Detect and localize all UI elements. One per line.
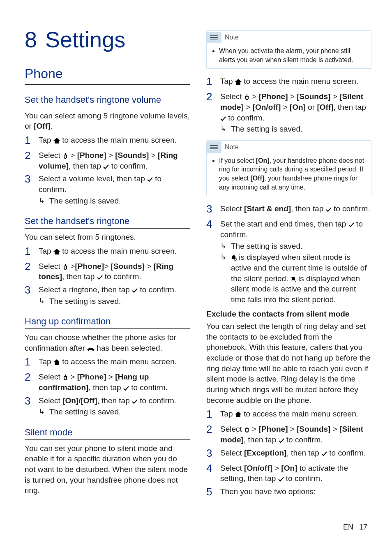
- heading-ringtone: Set the handset's ringtone: [25, 215, 190, 229]
- note-icon: [207, 32, 221, 43]
- heading-ringtone-volume: Set the handset's ringtone volume: [25, 94, 190, 107]
- check-icon: [132, 399, 138, 404]
- home-icon: [235, 79, 242, 85]
- page-footer: EN17: [343, 522, 367, 532]
- step-number: 1: [25, 133, 39, 148]
- home-icon: [235, 412, 242, 417]
- hangup-icon: [87, 347, 95, 352]
- step-body: Tap to access the main menu screen.: [39, 133, 190, 148]
- check-icon: [97, 275, 103, 280]
- settings-icon: [62, 153, 68, 159]
- bell-clock-icon: [231, 255, 237, 261]
- check-icon: [348, 222, 354, 227]
- result-arrow-icon: ↳: [220, 252, 231, 305]
- check-icon: [132, 288, 138, 293]
- note-box: Note When you activate the alarm, your p…: [206, 30, 371, 69]
- result-arrow-icon: ↳: [39, 196, 49, 206]
- settings-icon: [62, 264, 68, 270]
- bell-mute-icon: [291, 276, 296, 282]
- check-icon: [123, 386, 129, 391]
- exclude-heading: Exclude the contacts from silent mode: [206, 309, 371, 319]
- home-icon: [53, 249, 60, 254]
- check-icon: [278, 477, 284, 482]
- settings-icon: [244, 94, 250, 100]
- settings-icon: [62, 375, 68, 380]
- result-arrow-icon: ↳: [39, 296, 49, 307]
- note-box: Note If you select [On], your handsfree …: [206, 140, 371, 196]
- check-icon: [326, 207, 332, 212]
- home-icon: [53, 138, 60, 143]
- result-arrow-icon: ↳: [39, 407, 49, 417]
- note-icon: [207, 141, 221, 153]
- heading-hangup: Hang up confirmation: [25, 315, 190, 329]
- home-icon: [53, 359, 60, 365]
- heading-silent: Silent mode: [25, 426, 190, 440]
- check-icon: [147, 177, 153, 182]
- section-phone: Phone: [25, 65, 190, 85]
- check-icon: [321, 451, 327, 456]
- chapter-title: 8Settings: [25, 25, 190, 55]
- result-arrow-icon: ↳: [220, 241, 231, 252]
- check-icon: [220, 116, 226, 121]
- check-icon: [279, 438, 284, 443]
- check-icon: [103, 164, 109, 169]
- intro-text: You can select among 5 ringtone volume l…: [25, 111, 190, 132]
- settings-icon: [244, 427, 250, 432]
- result-arrow-icon: ↳: [220, 124, 231, 134]
